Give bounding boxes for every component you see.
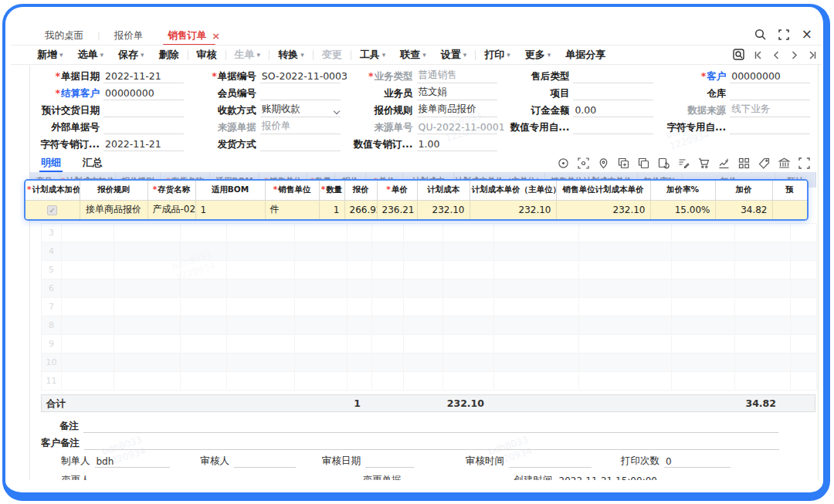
- empty-cell[interactable]: [372, 242, 404, 261]
- salesman-input[interactable]: 范文娟: [417, 86, 497, 100]
- customer-input[interactable]: 00000000: [730, 70, 810, 83]
- empty-cell[interactable]: [295, 372, 348, 391]
- quote-rule-input[interactable]: 接单商品报价: [417, 103, 497, 117]
- empty-cell[interactable]: [181, 353, 227, 372]
- plan-cost-unit-price-main-cell[interactable]: 232.10: [470, 200, 556, 219]
- copy-icon[interactable]: [638, 157, 649, 169]
- more-button[interactable]: 更多: [525, 48, 551, 62]
- empty-cell[interactable]: [348, 261, 372, 279]
- empty-cell[interactable]: [348, 353, 372, 372]
- char-custom-input[interactable]: [730, 122, 810, 134]
- empty-cell[interactable]: [443, 298, 494, 316]
- empty-cell[interactable]: [348, 335, 372, 353]
- empty-cell[interactable]: [114, 335, 181, 353]
- doc-no-input[interactable]: SO-2022-11-0003: [260, 70, 341, 83]
- save-button[interactable]: 保存: [118, 48, 144, 62]
- after-sale-type-input[interactable]: [573, 71, 653, 83]
- numeric-custom-input[interactable]: [573, 122, 653, 134]
- deposit-amount-input[interactable]: 0.00: [573, 104, 653, 117]
- audit-button[interactable]: 审核: [197, 48, 217, 62]
- empty-cell[interactable]: [227, 335, 295, 353]
- empty-cell[interactable]: [62, 372, 114, 391]
- empty-cell[interactable]: [404, 242, 443, 261]
- edit-list-icon[interactable]: [678, 157, 690, 169]
- empty-cell[interactable]: [672, 279, 735, 298]
- empty-cell[interactable]: [494, 372, 579, 391]
- empty-cell[interactable]: [348, 279, 372, 298]
- empty-cell[interactable]: [791, 224, 817, 242]
- empty-cell[interactable]: [494, 298, 579, 316]
- project-input[interactable]: [573, 88, 653, 100]
- empty-cell[interactable]: [404, 261, 443, 279]
- empty-cell[interactable]: [372, 372, 404, 391]
- empty-cell[interactable]: [443, 316, 494, 335]
- empty-row[interactable]: 9: [42, 335, 817, 353]
- empty-cell[interactable]: [62, 242, 114, 261]
- empty-cell[interactable]: [735, 372, 791, 391]
- empty-cell[interactable]: [181, 316, 227, 335]
- tab-close-icon[interactable]: ×: [212, 31, 220, 41]
- empty-cell[interactable]: [348, 316, 372, 335]
- empty-cell[interactable]: [494, 261, 579, 279]
- empty-cell[interactable]: [62, 353, 114, 372]
- empty-cell[interactable]: [672, 353, 735, 372]
- bank-icon[interactable]: [778, 157, 790, 169]
- payment-method-select[interactable]: 账期收款: [260, 103, 341, 117]
- fullscreen-icon[interactable]: [778, 29, 789, 40]
- empty-cell[interactable]: [62, 224, 114, 242]
- empty-cell[interactable]: [295, 261, 348, 279]
- empty-cell[interactable]: [295, 353, 348, 372]
- empty-cell[interactable]: [348, 298, 372, 316]
- empty-cell[interactable]: [372, 279, 404, 298]
- empty-cell[interactable]: [404, 224, 443, 242]
- empty-cell[interactable]: [227, 279, 295, 298]
- link-query-button[interactable]: 联查: [400, 48, 426, 62]
- expected-delivery-date-input[interactable]: [103, 105, 184, 117]
- empty-cell[interactable]: [227, 261, 295, 279]
- empty-cell[interactable]: [62, 261, 114, 279]
- copy-add-icon[interactable]: [618, 157, 629, 169]
- empty-cell[interactable]: [62, 335, 114, 353]
- locate-doc-icon[interactable]: [733, 49, 746, 62]
- trend-chart-icon[interactable]: [718, 157, 730, 169]
- empty-cell[interactable]: [735, 316, 791, 335]
- quote-cell[interactable]: 266.92: [344, 200, 377, 219]
- empty-cell[interactable]: [494, 353, 579, 372]
- empty-cell[interactable]: [404, 298, 443, 316]
- empty-row[interactable]: 11: [42, 372, 817, 391]
- empty-cell[interactable]: [735, 279, 791, 298]
- empty-row[interactable]: 4: [42, 242, 817, 261]
- empty-cell[interactable]: [443, 353, 494, 372]
- empty-cell[interactable]: [295, 224, 348, 242]
- close-icon[interactable]: ×: [802, 28, 812, 41]
- expand-grid-icon[interactable]: [798, 157, 810, 169]
- empty-cell[interactable]: [735, 298, 791, 316]
- empty-cell[interactable]: [348, 242, 372, 261]
- empty-cell[interactable]: [791, 353, 817, 372]
- settle-customer-input[interactable]: 00000000: [103, 87, 184, 100]
- empty-cell[interactable]: [735, 353, 791, 372]
- tab-summary[interactable]: 汇总: [83, 154, 103, 172]
- empty-cell[interactable]: [791, 242, 817, 261]
- tab-sales-order[interactable]: 销售订单×: [164, 26, 223, 45]
- empty-cell[interactable]: [494, 279, 579, 298]
- empty-cell[interactable]: [443, 242, 494, 261]
- numeric-sales-order-input[interactable]: 1.00: [417, 138, 497, 151]
- empty-cell[interactable]: [114, 242, 181, 261]
- empty-cell[interactable]: [227, 353, 295, 372]
- remark-input[interactable]: [83, 421, 778, 433]
- empty-cell[interactable]: [443, 279, 494, 298]
- empty-cell[interactable]: [372, 298, 404, 316]
- empty-cell[interactable]: [672, 298, 735, 316]
- search-icon[interactable]: [754, 29, 766, 40]
- empty-row[interactable]: 10: [42, 353, 817, 372]
- empty-row[interactable]: 6: [42, 279, 817, 298]
- empty-cell[interactable]: [404, 335, 443, 353]
- grid-data-row[interactable]: ✓ 接单商品报价 产成品-0217 1 件 1 266.92 236.21 23…: [25, 200, 807, 219]
- empty-cell[interactable]: [494, 335, 579, 353]
- empty-cell[interactable]: [227, 372, 295, 391]
- price-cell[interactable]: 236.21: [377, 200, 417, 219]
- empty-cell[interactable]: [443, 261, 494, 279]
- pick-order-button[interactable]: 选单: [78, 48, 104, 62]
- settings-button[interactable]: 设置: [441, 48, 467, 62]
